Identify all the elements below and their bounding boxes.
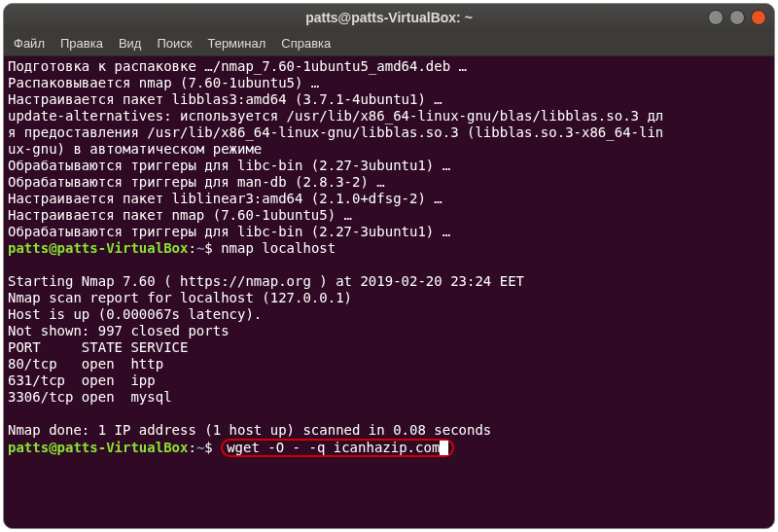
window-controls (708, 10, 766, 25)
output-line: update-alternatives: используется /usr/l… (8, 108, 663, 124)
output-line: PORT STATE SERVICE (8, 339, 188, 355)
menu-view[interactable]: Вид (119, 36, 142, 51)
maximize-button[interactable] (729, 10, 745, 25)
menu-edit[interactable]: Правка (60, 36, 103, 51)
prompt-user: patts@patts-VirtualBox (8, 240, 188, 256)
output-line: Starting Nmap 7.60 ( https://nmap.org ) … (8, 273, 524, 289)
output-line: Настраивается пакет libblas3:amd64 (3.7.… (8, 91, 442, 107)
minimize-button[interactable] (708, 10, 724, 25)
terminal-body[interactable]: Подготовка к распаковке …/nmap_7.60-1ubu… (4, 56, 774, 528)
prompt-sep: : (188, 440, 195, 455)
output-line: Not shown: 997 closed ports (8, 323, 230, 338)
output-line: 3306/tcp open mysql (8, 389, 172, 405)
output-line: Настраивается пакет liblinear3:amd64 (2.… (8, 191, 442, 206)
output-line: Обрабатываются триггеры для man-db (2.8.… (8, 174, 385, 190)
menu-help[interactable]: Справка (281, 36, 331, 51)
prompt-end: $ (204, 240, 221, 256)
menu-search[interactable]: Поиск (157, 36, 192, 51)
output-line: Обрабатываются триггеры для libc-bin (2.… (8, 224, 450, 239)
output-line: Nmap scan report for localhost (127.0.0.… (8, 290, 352, 305)
highlighted-command: wget -O - -q icanhazip.com (221, 439, 454, 457)
menu-bar: Файл Правка Вид Поиск Терминал Справка (4, 31, 774, 56)
output-line: ux-gnu) в автоматическом режиме (8, 141, 262, 157)
title-bar: patts@patts-VirtualBox: ~ (4, 4, 774, 31)
output-line: Подготовка к распаковке …/nmap_7.60-1ubu… (8, 58, 467, 74)
terminal-window: patts@patts-VirtualBox: ~ Файл Правка Ви… (3, 3, 775, 529)
output-line: Распаковывается nmap (7.60-1ubuntu5) … (8, 75, 319, 90)
menu-terminal[interactable]: Терминал (207, 36, 265, 51)
close-button[interactable] (751, 10, 766, 25)
prompt-user: patts@patts-VirtualBox (8, 440, 188, 455)
cursor-icon (440, 441, 448, 455)
output-line: 631/tcp open ipp (8, 372, 156, 388)
output-line: Nmap done: 1 IP address (1 host up) scan… (8, 422, 491, 438)
prompt-sep: : (188, 240, 195, 256)
output-line: я предоставления /usr/lib/x86_64-linux-g… (8, 124, 663, 140)
output-line: 80/tcp open http (8, 356, 163, 372)
command-text: nmap localhost (221, 240, 336, 256)
menu-file[interactable]: Файл (14, 36, 45, 51)
window-title: patts@patts-VirtualBox: ~ (12, 10, 766, 25)
output-line: Обрабатываются триггеры для libc-bin (2.… (8, 158, 450, 173)
output-line: Настраивается пакет nmap (7.60-1ubuntu5)… (8, 207, 352, 223)
command-text: wget -O - -q icanhazip.com (227, 440, 440, 455)
prompt-end: $ (204, 440, 221, 455)
output-line: Host is up (0.000067s latency). (8, 306, 262, 322)
